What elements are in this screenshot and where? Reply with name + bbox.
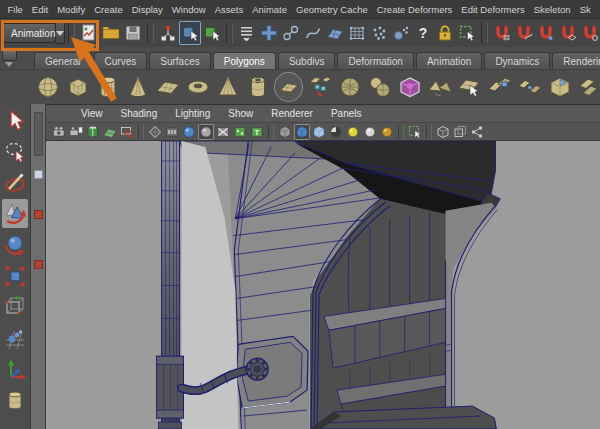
- help-icon[interactable]: ?: [412, 21, 434, 45]
- tab-dynamics[interactable]: Dynamics: [484, 52, 550, 69]
- menu-display[interactable]: Display: [127, 4, 167, 15]
- tab-general[interactable]: General: [34, 52, 92, 69]
- poly-cylinder-icon[interactable]: [94, 73, 121, 101]
- menu-edit-deformers[interactable]: Edit Deformers: [457, 4, 529, 15]
- select-by-hierarchy-icon[interactable]: [157, 21, 179, 45]
- poly-torus-icon[interactable]: [184, 73, 211, 101]
- open-scene-icon[interactable]: [100, 21, 122, 45]
- viewport[interactable]: [46, 141, 600, 429]
- select-lattices-icon[interactable]: [346, 21, 368, 45]
- menu-edit[interactable]: Edit: [27, 4, 52, 15]
- poly-plane-icon[interactable]: [154, 73, 181, 101]
- tab-deformation[interactable]: Deformation: [337, 52, 413, 69]
- poly-combine-icon[interactable]: [426, 73, 453, 101]
- image-plane-icon[interactable]: [102, 124, 118, 140]
- selection-mask-menu-icon[interactable]: [236, 21, 258, 45]
- select-particles-icon[interactable]: [368, 21, 390, 45]
- snap-to-points-icon[interactable]: [535, 21, 557, 45]
- menu-file[interactable]: File: [3, 4, 27, 15]
- rotate-tool-icon[interactable]: [2, 230, 28, 259]
- poly-cube-icon[interactable]: [64, 73, 91, 101]
- panel-menu-panels[interactable]: Panels: [322, 108, 371, 119]
- select-camera-icon[interactable]: [51, 124, 67, 140]
- default-cube-icon[interactable]: [277, 124, 293, 140]
- panel-menu-show[interactable]: Show: [219, 108, 262, 119]
- smooth-shade-mode-icon[interactable]: [181, 124, 197, 140]
- poly-fill-hole-icon[interactable]: [546, 73, 573, 101]
- textured-ball-icon[interactable]: [328, 124, 344, 140]
- share-view-icon[interactable]: [469, 124, 485, 140]
- menu-window[interactable]: Window: [167, 4, 210, 15]
- select-joints-icon[interactable]: [280, 21, 302, 45]
- shelf-menu-button[interactable]: [2, 50, 17, 61]
- add-select-mode-icon[interactable]: [258, 21, 280, 45]
- soft-modification-tool-icon[interactable]: [2, 323, 28, 352]
- panel-menu-shading[interactable]: Shading: [112, 108, 167, 119]
- new-scene-icon[interactable]: [78, 21, 100, 45]
- snap-to-grids-icon[interactable]: [491, 21, 513, 45]
- interactive-cube-icon[interactable]: [396, 73, 423, 101]
- single-view-icon[interactable]: [435, 124, 451, 140]
- poly-sphere-icon[interactable]: [34, 73, 61, 101]
- viewport-scene[interactable]: [46, 141, 600, 429]
- panel-menu-view[interactable]: View: [72, 108, 112, 119]
- save-scene-icon[interactable]: [122, 21, 144, 45]
- tab-polygons[interactable]: Polygons: [213, 52, 276, 69]
- poly-wedge-icon[interactable]: [576, 73, 600, 101]
- paint-selection-tool-icon[interactable]: [2, 168, 28, 197]
- select-emitters-icon[interactable]: [390, 21, 412, 45]
- select-by-component-icon[interactable]: [201, 21, 223, 45]
- poly-sphere-wire-icon[interactable]: [336, 73, 363, 101]
- poly-spheres-icon[interactable]: [366, 73, 393, 101]
- poly-merge-icon[interactable]: [486, 73, 513, 101]
- menu-skeleton[interactable]: Skeleton: [529, 4, 575, 15]
- menu-geometry-cache[interactable]: Geometry Cache: [292, 4, 373, 15]
- select-surfaces-icon[interactable]: [324, 21, 346, 45]
- menu-create-deformers[interactable]: Create Deformers: [372, 4, 457, 15]
- show-manipulator-tool-icon[interactable]: [2, 354, 28, 383]
- poly-reduce-icon[interactable]: [306, 73, 333, 101]
- poly-cone-icon[interactable]: [124, 73, 151, 101]
- scale-tool-icon[interactable]: [2, 261, 28, 290]
- texture-view-icon[interactable]: T: [249, 124, 265, 140]
- tab-animation[interactable]: Animation: [416, 52, 482, 69]
- shaded-cube-icon[interactable]: [294, 124, 310, 140]
- mode-selector-dropdown-button[interactable]: [56, 22, 65, 44]
- light-gold-icon[interactable]: [379, 124, 395, 140]
- textured-cube-icon[interactable]: [311, 124, 327, 140]
- light-white-icon[interactable]: [362, 124, 378, 140]
- tab-surfaces[interactable]: Surfaces: [149, 52, 210, 69]
- menu-animate[interactable]: Animate: [248, 4, 292, 15]
- menu-create[interactable]: Create: [90, 4, 128, 15]
- tab-rendering[interactable]: Rendering: [552, 52, 600, 69]
- select-by-object-icon[interactable]: [179, 21, 201, 45]
- camera-attributes-icon[interactable]: [68, 124, 84, 140]
- menu-modify[interactable]: Modify: [53, 4, 90, 15]
- snap-to-curves-icon[interactable]: [513, 21, 535, 45]
- menu-skin-truncated[interactable]: Sk: [575, 4, 595, 15]
- poly-pyramid-icon[interactable]: [214, 73, 241, 101]
- move-tool-icon[interactable]: [2, 199, 28, 228]
- highlight-selection-mode-icon[interactable]: [456, 21, 478, 45]
- tab-subdivs[interactable]: Subdivs: [278, 52, 336, 69]
- lasso-tool-icon[interactable]: [2, 137, 28, 166]
- poly-extrude-icon[interactable]: [456, 73, 483, 101]
- isolate-select-icon[interactable]: [407, 124, 423, 140]
- use-default-material-icon[interactable]: [232, 124, 248, 140]
- panel-menu-renderer[interactable]: Renderer: [262, 108, 322, 119]
- select-curves-icon[interactable]: [302, 21, 324, 45]
- points-mode-icon[interactable]: [164, 124, 180, 140]
- light-yellow-icon[interactable]: [345, 124, 361, 140]
- poly-pipe-icon[interactable]: [244, 73, 271, 101]
- bookmarks-icon[interactable]: [85, 124, 101, 140]
- poly-platonic-icon[interactable]: [274, 72, 303, 102]
- lock-selection-icon[interactable]: [434, 21, 456, 45]
- universal-manipulator-icon[interactable]: [2, 292, 28, 321]
- multi-view-icon[interactable]: [452, 124, 468, 140]
- textured-mode-icon[interactable]: [215, 124, 231, 140]
- make-live-icon[interactable]: [579, 21, 600, 45]
- last-tool-cylinder-icon[interactable]: [2, 385, 28, 414]
- panel-menu-lighting[interactable]: Lighting: [166, 108, 219, 119]
- poly-separate-icon[interactable]: [516, 73, 543, 101]
- menu-assets[interactable]: Assets: [210, 4, 248, 15]
